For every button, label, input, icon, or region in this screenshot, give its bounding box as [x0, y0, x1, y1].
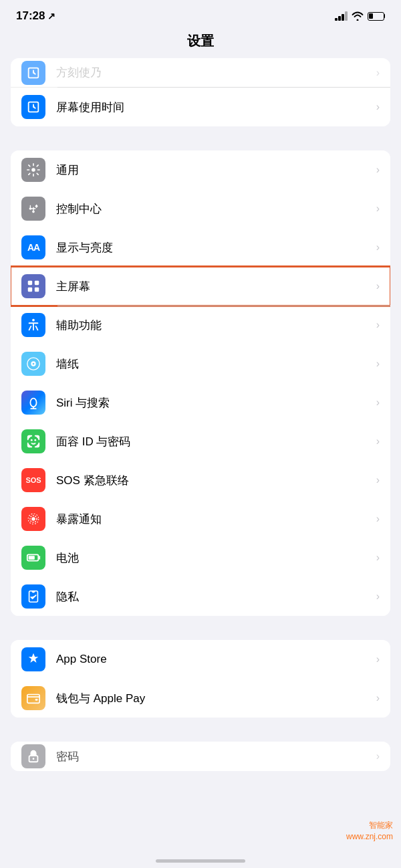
svg-point-10 — [32, 319, 35, 322]
icon-general — [21, 158, 45, 182]
icon-battery — [21, 546, 45, 570]
status-icons — [335, 11, 385, 21]
section-apps: App Store › 钱包与 Apple Pay › — [0, 640, 401, 718]
label-screen-time: 屏幕使用时间 — [56, 100, 376, 115]
signal-icon — [335, 11, 348, 21]
label-wallpaper: 墙纸 — [56, 356, 376, 372]
icon-screentime-old — [21, 61, 45, 85]
icon-home-screen — [21, 274, 45, 298]
label-privacy: 隐私 — [56, 589, 376, 605]
icon-wallet — [21, 686, 45, 710]
icon-sos: SOS — [21, 468, 45, 492]
svg-rect-23 — [27, 695, 39, 703]
svg-point-17 — [34, 439, 36, 441]
icon-display: AA — [21, 235, 45, 259]
list-item-exposure[interactable]: 暴露通知 › — [11, 500, 390, 538]
list-item-battery[interactable]: 电池 › — [11, 538, 390, 577]
list-item-wallpaper[interactable]: 墙纸 › — [11, 344, 390, 383]
section-general: 通用 › 控制中心 › AA 显示与亮度 › — [0, 150, 401, 616]
label-accessibility: 辅助功能 — [56, 318, 376, 333]
svg-point-16 — [31, 439, 33, 441]
list-item-general[interactable]: 通用 › — [11, 150, 390, 189]
svg-rect-6 — [28, 281, 32, 285]
status-time: 17:28 ↗ — [16, 9, 55, 23]
svg-rect-8 — [28, 288, 32, 292]
list-item-face-id[interactable]: 面容 ID 与密码 › — [11, 422, 390, 461]
label-siri: Siri 与搜索 — [56, 395, 376, 411]
icon-exposure — [21, 507, 45, 531]
svg-point-2 — [31, 168, 35, 172]
watermark: 智能家 www.znj.com — [346, 820, 393, 843]
icon-accessibility — [21, 313, 45, 337]
list-item-wallet[interactable]: 钱包与 Apple Pay › — [11, 679, 390, 718]
label-passwords: 密码 — [56, 749, 376, 764]
location-icon: ↗ — [47, 11, 55, 21]
list-item-sos[interactable]: SOS SOS 紧急联络 › — [11, 461, 390, 500]
svg-rect-9 — [35, 288, 39, 292]
list-item-display[interactable]: AA 显示与亮度 › — [11, 228, 390, 267]
list-group-general: 通用 › 控制中心 › AA 显示与亮度 › — [11, 150, 390, 616]
icon-siri — [21, 391, 45, 415]
icon-app-store — [21, 647, 45, 671]
home-indicator — [156, 859, 245, 863]
label-battery: 电池 — [56, 550, 376, 566]
svg-point-26 — [33, 758, 35, 760]
svg-point-18 — [31, 517, 35, 521]
icon-passwords — [21, 744, 45, 768]
icon-face-id — [21, 429, 45, 453]
label-face-id: 面容 ID 与密码 — [56, 434, 376, 449]
svg-rect-7 — [35, 281, 39, 285]
icon-wallpaper — [21, 352, 45, 376]
list-item-home-screen[interactable]: 主屏幕 › — [11, 267, 390, 306]
icon-privacy — [21, 584, 45, 609]
page-title: 设置 — [187, 33, 214, 48]
label-wallet: 钱包与 Apple Pay — [56, 691, 376, 706]
label-exposure: 暴露通知 — [56, 512, 376, 527]
svg-rect-22 — [29, 556, 35, 560]
list-item-privacy[interactable]: 隐私 › — [11, 577, 390, 616]
list-item-siri[interactable]: Siri 与搜索 › — [11, 383, 390, 422]
icon-control-center — [21, 197, 45, 221]
list-item-control-center[interactable]: 控制中心 › — [11, 189, 390, 228]
label-app-store: App Store — [56, 653, 376, 666]
status-bar: 17:28 ↗ — [0, 0, 401, 28]
label-partial-top: 方刻使乃 — [56, 65, 376, 80]
list-item-partial-top[interactable]: 方刻使乃 › — [11, 58, 390, 88]
list-group-bottom: 密码 › — [11, 742, 390, 771]
list-group-apps: App Store › 钱包与 Apple Pay › — [11, 640, 390, 718]
icon-screentime — [21, 95, 45, 119]
list-group-top: 方刻使乃 › 屏幕使用时间 › — [11, 58, 390, 126]
list-item-passwords[interactable]: 密码 › — [11, 742, 390, 771]
section-top-partial: 方刻使乃 › 屏幕使用时间 › — [0, 58, 401, 126]
label-home-screen: 主屏幕 — [56, 279, 376, 294]
battery-icon — [368, 12, 386, 21]
label-sos: SOS 紧急联络 — [56, 473, 376, 488]
list-item-accessibility[interactable]: 辅助功能 › — [11, 306, 390, 344]
label-general: 通用 — [56, 162, 376, 178]
svg-point-13 — [30, 399, 36, 407]
wifi-icon — [352, 11, 364, 21]
page-title-bar: 设置 — [0, 28, 401, 58]
label-display: 显示与亮度 — [56, 240, 376, 255]
label-control-center: 控制中心 — [56, 201, 376, 217]
list-item-app-store[interactable]: App Store › — [11, 640, 390, 679]
svg-rect-24 — [35, 699, 38, 701]
section-bottom-partial: 密码 › — [0, 742, 401, 771]
list-item-screen-time[interactable]: 屏幕使用时间 › — [11, 88, 390, 126]
svg-point-12 — [33, 363, 35, 365]
